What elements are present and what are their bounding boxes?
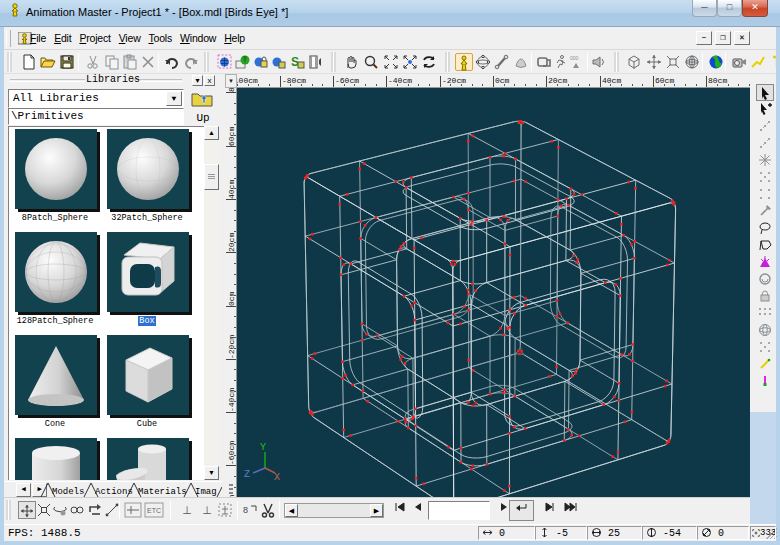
svg-text:Actions: Actions	[95, 487, 133, 497]
svg-text:ETC: ETC	[147, 507, 161, 514]
svg-text:8: 8	[243, 505, 248, 515]
svg-text:000: 000	[570, 55, 579, 61]
svg-text:Y: Y	[260, 442, 266, 453]
svg-text:Models: Models	[52, 487, 84, 497]
svg-text:Imag: Imag	[195, 487, 217, 497]
svg-text:Materials: Materials	[138, 487, 187, 497]
svg-text:X: X	[274, 472, 280, 483]
svg-text:Z: Z	[244, 469, 250, 480]
